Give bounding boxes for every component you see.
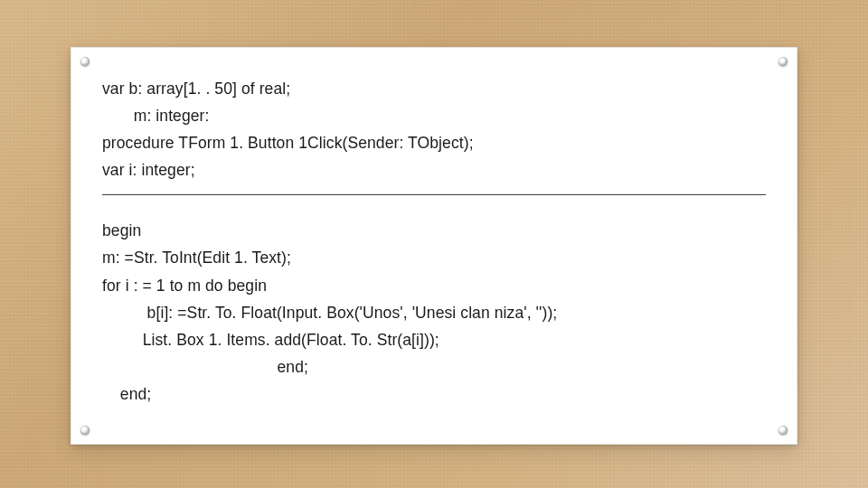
slide-card: var b: array[1. . 50] of real; m: intege…: [71, 47, 797, 445]
code-line: procedure TForm 1. Button 1Click(Sender:…: [102, 129, 766, 156]
section-divider: [102, 194, 766, 195]
code-line: var i: integer;: [102, 156, 766, 183]
code-line: List. Box 1. Items. add(Float. To. Str(a…: [102, 326, 766, 353]
code-block-body: begin m: =Str. ToInt(Edit 1. Text); for …: [102, 217, 766, 408]
code-line: begin: [102, 217, 766, 244]
code-line: var b: array[1. . 50] of real;: [102, 75, 766, 102]
code-block-declarations: var b: array[1. . 50] of real; m: intege…: [102, 75, 766, 191]
slide-content: var b: array[1. . 50] of real; m: intege…: [102, 75, 766, 417]
corner-pin-icon: [80, 57, 90, 66]
code-line: b[i]: =Str. To. Float(Input. Box('Unos',…: [102, 299, 766, 326]
code-line: end;: [102, 353, 766, 380]
code-line: for i : = 1 to m do begin: [102, 272, 766, 299]
corner-pin-icon: [778, 426, 788, 435]
corner-pin-icon: [778, 57, 788, 66]
code-line: m: =Str. ToInt(Edit 1. Text);: [102, 244, 766, 271]
code-line: end;: [102, 380, 766, 408]
corner-pin-icon: [80, 426, 90, 435]
code-line: m: integer:: [102, 102, 766, 129]
